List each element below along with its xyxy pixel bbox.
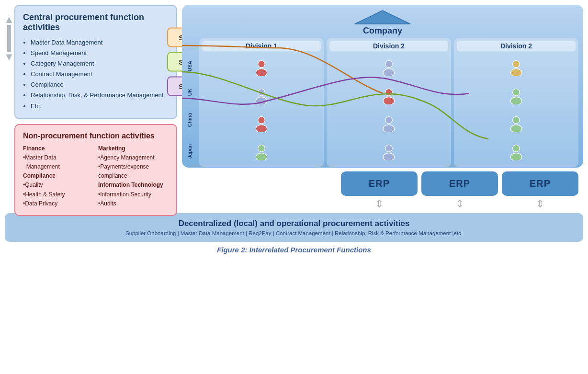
arrow-3: ⇕: [502, 198, 578, 210]
company-header: Company: [187, 10, 578, 36]
non-proc-col-2: Marketing •Agency Management •Payments/e…: [98, 144, 169, 208]
region-china: China: [187, 113, 196, 127]
svg-point-48: [511, 153, 521, 160]
non-proc-content: Finance •Master Data Management Complian…: [23, 144, 169, 208]
non-procurement-box: Non-procurement function activities Fina…: [14, 124, 177, 216]
svg-point-19: [386, 61, 392, 68]
finance-item: •Master Data Management: [23, 153, 93, 171]
erp-2: ERP: [421, 171, 498, 196]
person-d2-japan: [329, 143, 448, 160]
company-container: Company USA UK China Japan Division 1: [182, 5, 583, 168]
svg-point-11: [259, 117, 265, 124]
division-3-header: Division 2: [457, 41, 576, 51]
company-label: Company: [187, 26, 578, 36]
bottom-bar: Decentralized (local) and operational pr…: [5, 213, 583, 242]
svg-point-28: [384, 125, 394, 132]
svg-point-15: [259, 145, 265, 151]
compliance-item: •Data Privacy: [23, 199, 93, 208]
person-d1-japan: [202, 143, 321, 160]
arrow-1: ⇕: [341, 198, 418, 210]
svg-point-43: [513, 117, 520, 124]
main-container: ▲ ▼ Central procurement function activit…: [0, 0, 588, 374]
it-item: •Information Security: [98, 190, 169, 199]
top-section: ▲ ▼ Central procurement function activit…: [5, 5, 583, 168]
list-item: Contract Management: [31, 69, 169, 79]
central-title: Central procurement function activities: [23, 12, 169, 33]
division-1-cells: [202, 55, 321, 164]
svg-point-3: [259, 61, 265, 68]
person-d2-china: [329, 115, 448, 132]
svg-point-24: [384, 97, 394, 104]
list-item: Relationship, Risk, & Performance Manage…: [31, 90, 169, 101]
company-triangle-icon: [354, 10, 411, 25]
person-d1-usa: [202, 59, 321, 76]
arrow-2: ⇕: [421, 198, 498, 210]
erp-3: ERP: [502, 171, 578, 196]
compliance-item: •Health & Safety: [23, 190, 93, 199]
right-side: Company USA UK China Japan Division 1: [182, 5, 583, 168]
division-3-cells: [457, 55, 576, 164]
marketing-item: •Agency Management: [98, 153, 169, 162]
person-d3-japan: [457, 143, 576, 160]
marketing-label: Marketing: [98, 144, 169, 153]
list-item: Compliance: [31, 79, 169, 90]
person-d3-uk: [457, 87, 576, 104]
erp-spacer: [165, 171, 337, 196]
svg-point-12: [256, 125, 267, 132]
svg-point-32: [384, 153, 394, 160]
svg-point-23: [386, 89, 392, 95]
person-d3-usa: [457, 59, 576, 76]
svg-point-44: [511, 125, 521, 132]
region-labels: USA UK China Japan: [187, 38, 196, 167]
bottom-bar-title: Decentralized (local) and operational pr…: [14, 219, 574, 228]
arrows-spacer: [165, 198, 337, 210]
division-2-col: Division 2: [327, 38, 451, 167]
division-1-header: Division 1: [202, 41, 321, 51]
bottom-bar-subtitle: Supplier Onboarding | Master Data Manage…: [14, 230, 574, 236]
list-item: Etc.: [31, 101, 169, 112]
compliance-label: Compliance: [23, 171, 93, 181]
marketing-item: •Payments/expense compliance: [98, 162, 169, 181]
non-proc-col-1: Finance •Master Data Management Complian…: [23, 144, 93, 208]
region-japan: Japan: [187, 144, 196, 159]
list-item: Master Data Management: [31, 37, 169, 48]
erp-1: ERP: [341, 171, 418, 196]
person-d1-china: [202, 115, 321, 132]
svg-point-35: [513, 61, 520, 68]
svg-point-27: [386, 117, 392, 124]
figure-caption: Figure 2: Interrelated Procurement Funct…: [5, 246, 583, 254]
svg-point-20: [384, 69, 394, 76]
person-d1-uk: [202, 87, 321, 104]
central-procurement-box: Central procurement function activities …: [14, 5, 177, 119]
svg-point-31: [386, 145, 392, 151]
it-item: •Audits: [98, 199, 169, 208]
division-1-col: Division 1: [199, 38, 324, 167]
vertical-arrow: ▲ ▼: [4, 14, 14, 62]
person-d2-usa: [329, 59, 448, 76]
list-item: Category Management: [31, 58, 169, 69]
person-d2-uk: [329, 87, 448, 104]
svg-point-39: [513, 89, 520, 95]
svg-point-7: [259, 89, 265, 95]
central-list: Master Data Management Spend Management …: [23, 37, 169, 112]
svg-point-40: [511, 97, 521, 104]
svg-point-36: [511, 69, 521, 76]
non-proc-title: Non-procurement function activities: [23, 132, 169, 140]
region-uk: UK: [187, 89, 196, 96]
it-label: Information Technology: [98, 181, 169, 190]
company-grid: USA UK China Japan Division 1: [187, 38, 578, 167]
svg-point-8: [256, 97, 267, 104]
svg-marker-0: [355, 11, 410, 24]
svg-point-47: [513, 145, 520, 151]
division-3-col: Division 2: [454, 38, 578, 167]
svg-point-4: [256, 69, 267, 76]
list-item: Spend Management: [31, 48, 169, 58]
compliance-item: •Quality: [23, 181, 93, 190]
finance-label: Finance: [23, 144, 93, 153]
svg-point-16: [256, 153, 267, 160]
person-d3-china: [457, 115, 576, 132]
region-usa: USA: [187, 61, 196, 71]
division-2-header: Division 2: [329, 41, 448, 51]
left-side: ▲ ▼ Central procurement function activit…: [5, 5, 177, 168]
division-2-cells: [329, 55, 448, 164]
